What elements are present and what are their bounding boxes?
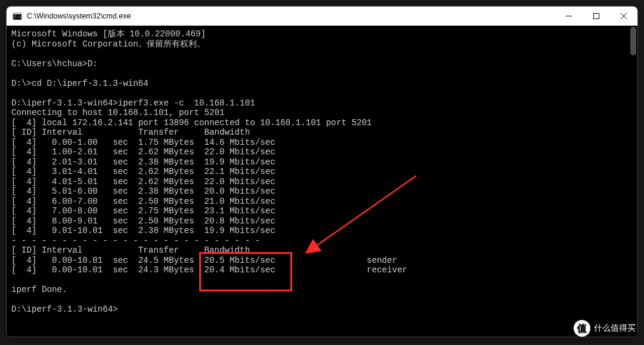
output-line: [ 4] 4.01-5.01 sec 2.62 MBytes 22.0 Mbit…	[11, 177, 275, 187]
titlebar[interactable]: C:\ C:\Windows\system32\cmd.exe	[7, 7, 637, 26]
close-button[interactable]	[610, 7, 637, 26]
prompt-line: D:\iperf-3.1.3-win64>	[11, 304, 118, 314]
watermark: 值 什么值得买	[574, 320, 636, 337]
output-line: [ 4] 0.00-1.00 sec 1.75 MBytes 14.6 Mbit…	[11, 138, 275, 147]
svg-text:C:\: C:\	[14, 14, 21, 18]
output-line: [ ID] Interval Transfer Bandwidth	[11, 245, 250, 255]
minimize-button[interactable]	[555, 7, 583, 26]
output-line: Connecting to host 10.168.1.101, port 52…	[11, 108, 225, 117]
output-line: [ 4] 1.00-2.01 sec 2.62 MBytes 22.0 Mbit…	[11, 147, 275, 157]
window-title: C:\Windows\system32\cmd.exe	[27, 12, 555, 20]
scrollbar-thumb[interactable]	[630, 27, 636, 55]
svg-rect-4	[594, 14, 599, 19]
output-line: [ 4] 7.00-8.00 sec 2.75 MBytes 23.1 Mbit…	[11, 206, 275, 216]
output-line: [ 4] 2.01-3.01 sec 2.38 MBytes 19.9 Mbit…	[11, 157, 275, 167]
output-line: [ 4] local 172.16.2.141 port 13896 conne…	[11, 118, 372, 128]
output-line: [ ID] Interval Transfer Bandwidth	[11, 128, 250, 137]
watermark-badge: 值	[574, 320, 590, 337]
cmd-icon: C:\	[13, 11, 22, 21]
output-line: [ 4] 8.00-9.01 sec 2.50 MBytes 20.8 Mbit…	[11, 216, 275, 226]
window-controls	[555, 7, 637, 26]
output-line: iperf Done.	[11, 285, 67, 294]
output-line: C:\Users\hchua>D:	[11, 59, 98, 69]
output-line: [ 4] 5.01-6.00 sec 2.38 MBytes 20.0 Mbit…	[11, 187, 275, 196]
output-line: [ 4] 0.00-10.01 sec 24.3 MBytes 20.4 Mbi…	[11, 265, 407, 275]
command-prompt-window: C:\ C:\Windows\system32\cmd.exe Microsof…	[6, 6, 638, 337]
vertical-scrollbar[interactable]	[629, 26, 637, 337]
output-line: (c) Microsoft Corporation。保留所有权利。	[11, 39, 205, 49]
output-line: [ 4] 3.01-4.01 sec 2.62 MBytes 22.1 Mbit…	[11, 167, 275, 176]
output-line: D:\iperf-3.1.3-win64>iperf3.exe -c 10.16…	[11, 98, 255, 108]
output-line: D:\>cd D:\iperf-3.1.3-win64	[11, 79, 148, 88]
maximize-button[interactable]	[583, 7, 610, 26]
output-line: Microsoft Windows [版本 10.0.22000.469]	[11, 29, 206, 39]
terminal-output[interactable]: Microsoft Windows [版本 10.0.22000.469] (c…	[7, 26, 637, 337]
output-line: [ 4] 6.00-7.00 sec 2.50 MBytes 21.0 Mbit…	[11, 197, 275, 206]
watermark-text: 什么值得买	[594, 323, 636, 334]
output-line: [ 4] 9.01-10.01 sec 2.38 MBytes 19.9 Mbi…	[11, 226, 275, 235]
output-line: [ 4] 0.00-10.01 sec 24.5 MBytes 20.5 Mbi…	[11, 256, 397, 265]
output-line: - - - - - - - - - - - - - - - - - - - - …	[11, 236, 260, 245]
